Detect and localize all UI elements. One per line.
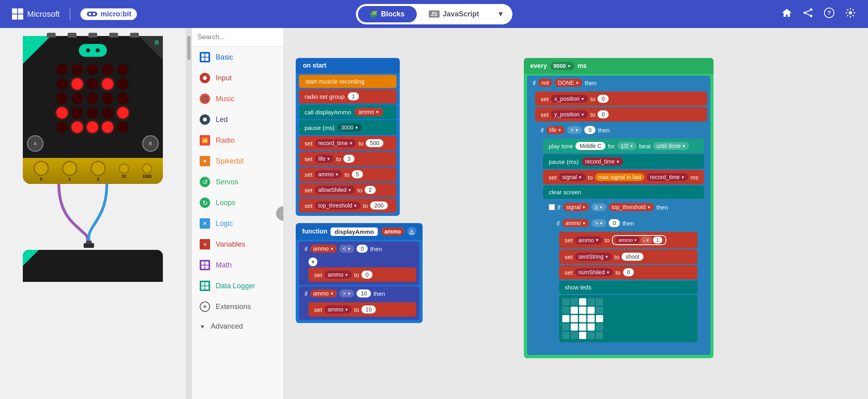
blocks-canvas[interactable]: on start start muscle recording radio se… — [284, 28, 868, 399]
set-life-block[interactable]: set life ▼ to 3 — [299, 152, 397, 166]
set-ammo-minus-block[interactable]: set ammo ▼ to ammo ▼ - ▼ 1 — [559, 232, 698, 248]
set-sentstring-block[interactable]: set sentString ▼ to shoot — [559, 249, 698, 264]
javascript-tab[interactable]: JS JavaScript — [417, 6, 491, 22]
blocks-tab[interactable]: 🧩 Blocks — [358, 6, 417, 22]
ammo-var5: ammo ▼ — [575, 236, 602, 244]
toolbox-scrollbar[interactable] — [186, 28, 192, 399]
sidebar-item-variables[interactable]: ≡ Variables — [192, 234, 283, 255]
pause-record-time-block[interactable]: pause (ms) record_time ▼ — [543, 154, 704, 169]
sidebar-item-servos[interactable]: ↺ Servos — [192, 172, 283, 192]
ammo-var3: ammo ▼ — [325, 305, 352, 313]
logic-icon: ✕ — [200, 218, 210, 229]
set-x-position-block[interactable]: set x_position ▼ to 0 — [535, 92, 707, 106]
signal-var: signal ▼ — [559, 173, 585, 181]
home-icon — [781, 7, 792, 18]
sidebar-item-basic[interactable]: Basic — [192, 47, 283, 68]
ammo-var: ammo ▼ — [315, 170, 342, 178]
blocks-icon: 🧩 — [370, 10, 378, 18]
clear-screen-block[interactable]: clear screen — [543, 186, 704, 199]
button-a[interactable]: A — [27, 135, 44, 152]
logic-label: Logic — [216, 219, 233, 228]
mode-dropdown[interactable]: ▼ — [491, 6, 510, 22]
set-allowshield-block[interactable]: set allowShiled ▼ to 2 — [299, 183, 397, 197]
pause-val: 3000 ▼ — [338, 124, 362, 132]
show-leds-label-block[interactable]: show leds — [559, 281, 698, 294]
svg-rect-0 — [12, 8, 17, 14]
start-muscle-block[interactable]: start muscle recording — [299, 75, 397, 88]
input-label: Input — [216, 74, 232, 82]
set-ammo-block[interactable]: set ammo ▼ to 5 — [299, 167, 397, 182]
settings-icon — [845, 7, 856, 18]
allowshield-var: allowShiled ▼ — [315, 186, 355, 194]
variables-label: Variables — [216, 240, 245, 249]
radio-set-group-block[interactable]: radio set group 1 — [299, 89, 397, 104]
until-done: until done ▼ — [653, 142, 689, 150]
advanced-chevron-icon: ▼ — [200, 323, 205, 330]
function-name: displayAmmo — [331, 227, 378, 236]
header-divider — [70, 8, 70, 20]
sidebar-item-spikerbit[interactable]: ✦ Spikerbit — [192, 151, 283, 172]
set-record-time-block[interactable]: set record_time ▼ to 500 — [299, 136, 397, 150]
set-threshold-block[interactable]: set top_threshold ▼ to 200 — [299, 198, 397, 213]
sidebar-item-logic[interactable]: ✕ Logic — [192, 213, 283, 234]
sidebar-item-extensions[interactable]: + Extensions — [192, 296, 283, 317]
settings-button[interactable] — [845, 7, 856, 21]
loops-icon: ↻ — [200, 198, 210, 208]
if-checkbox[interactable] — [549, 204, 555, 210]
radio-group-val: 1 — [348, 92, 359, 100]
help-button[interactable]: ? — [824, 7, 835, 21]
set-signal-block[interactable]: set signal ▼ to max signal in last recor… — [543, 170, 704, 184]
svg-rect-2 — [12, 14, 17, 20]
servos-icon: ↺ — [200, 177, 210, 187]
svg-line-11 — [806, 14, 810, 16]
function-header: function displayAmmo ammo △ — [296, 223, 423, 240]
microbit-text: micro:bit — [100, 10, 131, 18]
input-icon — [200, 73, 210, 83]
sidebar-item-radio[interactable]: 📶 Radio — [192, 130, 283, 151]
set-ammo-ten-block[interactable]: set ammo ▼ to 10 — [309, 302, 416, 317]
if-ammo-gt-10: if ammo ▼ > ▼ 10 then set ammo ▼ to 10 — [299, 286, 419, 320]
search-input[interactable] — [198, 33, 283, 41]
if-life-gt-0: if life ▼ > ▼ 0 then play tone Middl — [535, 123, 707, 352]
music-label: Music — [216, 95, 235, 103]
toolbox-scroll[interactable]: Basic Input 🎧 Music Led 📶 Radio — [192, 47, 283, 399]
interval-val: 9000 ▼ — [550, 62, 574, 70]
home-button[interactable] — [781, 7, 792, 21]
function-body: if ammo ▼ < ▼ 0 then + set ammo ▼ to — [296, 240, 423, 323]
signal-var2: signal ▼ — [563, 203, 589, 211]
led-matrix — [56, 64, 129, 133]
set-ammo-zero-block[interactable]: set ammo ▼ to 0 — [309, 267, 416, 282]
sidebar-item-input[interactable]: Input — [192, 68, 283, 88]
sidebar-item-data-logger[interactable]: Data Logger — [192, 275, 283, 296]
pin-2: 2 — [90, 161, 106, 182]
gt-op2: > ▼ — [567, 126, 582, 134]
sentstring-var: sentString ▼ — [575, 253, 612, 261]
call-display-ammo-block[interactable]: call displayAmmo ammo ▼ — [299, 105, 397, 119]
windows-icon — [12, 8, 23, 20]
if-plus-btn[interactable]: + — [309, 257, 317, 266]
gold-strip: 0 1 2 3V GND — [23, 158, 163, 184]
ammo-minus-expr: ammo ▼ - ▼ 1 — [612, 235, 666, 245]
sidebar-item-math[interactable]: Math — [192, 255, 283, 275]
svg-rect-16 — [86, 241, 92, 244]
if-ammo-header: if ammo ▼ > ▼ 0 then — [551, 216, 701, 230]
sidebar-item-loops[interactable]: ↻ Loops — [192, 192, 283, 213]
set-y-position-block[interactable]: set y_position ▼ to 0 — [535, 107, 707, 122]
sidebar-item-advanced[interactable]: ▼ Advanced — [192, 317, 283, 336]
every-header: every 9000 ▼ ms — [524, 58, 714, 74]
radio-label: Radio — [216, 136, 235, 145]
beat-val: 1/2 ▼ — [617, 142, 637, 150]
play-tone-block[interactable]: play tone Middle C for 1/2 ▼ beat until … — [543, 139, 704, 153]
spikerbit-label: Spikerbit — [216, 157, 244, 166]
pause-block[interactable]: pause (ms) 3000 ▼ — [299, 120, 397, 135]
collapse-function-btn[interactable]: △ — [407, 227, 416, 236]
cables-svg — [23, 184, 163, 248]
mode-switcher: 🧩 Blocks JS JavaScript ▼ — [356, 4, 512, 24]
share-button[interactable] — [802, 7, 814, 21]
sidebar-item-music[interactable]: 🎧 Music — [192, 88, 283, 109]
share-icon — [802, 7, 814, 18]
life-var2: life ▼ — [546, 126, 565, 134]
sidebar-item-led[interactable]: Led — [192, 109, 283, 130]
button-b[interactable]: B — [142, 135, 159, 152]
set-numshield-block[interactable]: set numShiled ▼ to 0 — [559, 265, 698, 279]
